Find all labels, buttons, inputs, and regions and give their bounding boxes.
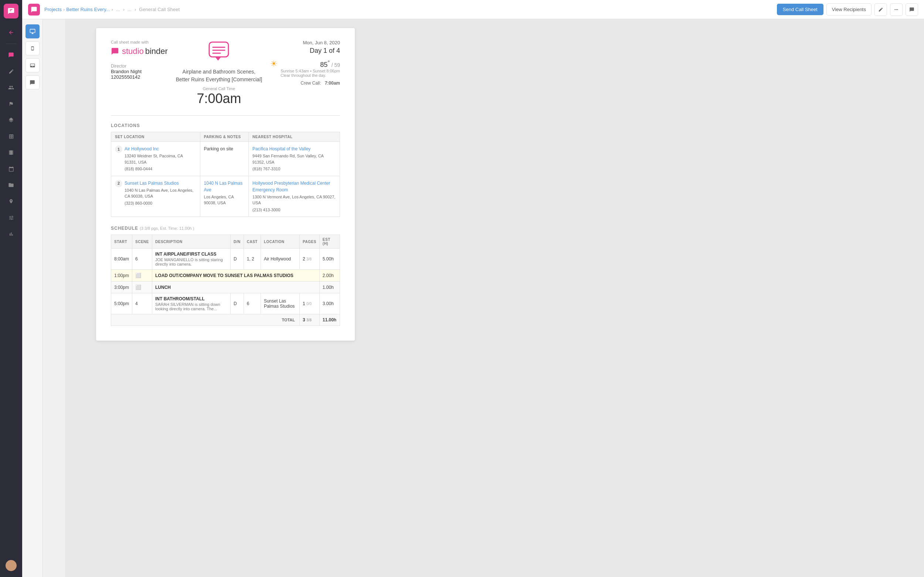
hospital-2-name-link[interactable]: Hollywood Presbyterian Medical Center Em… bbox=[252, 181, 330, 192]
row4-desc: INT BATHROOM/STALL SARAH SILVERMAN is si… bbox=[152, 293, 230, 314]
col-set-location: SET LOCATION bbox=[111, 132, 200, 142]
director-phone: 12025550142 bbox=[111, 74, 168, 80]
sidebar-table-icon[interactable] bbox=[5, 130, 18, 143]
shoot-day: Day 1 of 4 bbox=[270, 47, 340, 55]
location-1-hospital: Pacifica Hospital of the Valley 9449 San… bbox=[249, 142, 340, 176]
row1-dn: D bbox=[230, 248, 244, 270]
location-1-content: 1 Air Hollywood Inc 13240 Weidner St, Pa… bbox=[115, 145, 196, 172]
svg-marker-4 bbox=[215, 57, 221, 61]
location-2-details: Sunset Las Palmas Studios 1040 N Las Pal… bbox=[124, 180, 196, 206]
row1-pages-sub: 3/8 bbox=[306, 257, 312, 261]
temp-low: / 59 bbox=[331, 62, 340, 68]
row1-title: INT AIRPLANE/FIRST CLASS bbox=[155, 251, 227, 257]
breadcrumb-sep-2: › bbox=[111, 6, 113, 12]
schedule-header: SCHEDULE (3 3/8 pgs, Est. Time: 11.00h ) bbox=[111, 226, 340, 231]
row1-desc: INT AIRPLANE/FIRST CLASS JOE MANGANIELLO… bbox=[152, 248, 230, 270]
breadcrumb-dots-2: ... bbox=[128, 6, 132, 12]
shoot-date: Mon, Jun 8, 2020 bbox=[270, 40, 340, 45]
parking-2-city: Los Angeles, CA 90038, USA bbox=[204, 194, 245, 206]
location-2-phone: (323) 860-0000 bbox=[124, 200, 196, 206]
row3-title: LUNCH bbox=[155, 285, 171, 290]
locations-table: SET LOCATION PARKING & NOTES NEAREST HOS… bbox=[111, 132, 340, 217]
app-logo[interactable] bbox=[4, 4, 18, 18]
schedule-table: START SCENE DESCRIPTION D/N CAST LOCATIO… bbox=[111, 235, 340, 326]
row4-location: Sunset Las Palmas Studios bbox=[260, 293, 299, 314]
sidebar-calendar-icon[interactable] bbox=[5, 162, 18, 176]
breadcrumb-projects[interactable]: Projects bbox=[44, 6, 62, 12]
sidebar-people-icon[interactable] bbox=[5, 81, 18, 94]
sidebar-chart-icon[interactable] bbox=[5, 227, 18, 240]
sidebar-callsheet-icon[interactable] bbox=[5, 48, 18, 62]
row3-est: 1.00h bbox=[319, 282, 340, 293]
crew-call: Crew Call: 7:00am bbox=[270, 81, 340, 86]
crew-call-label: Crew Call: bbox=[300, 81, 321, 86]
topbar-actions: Send Call Sheet View Recipients bbox=[777, 3, 918, 16]
row4-est: 3.00h bbox=[319, 293, 340, 314]
sidebar-sliders-icon[interactable] bbox=[5, 211, 18, 224]
sidebar-layers-icon[interactable] bbox=[5, 113, 18, 127]
schedule-total-row: TOTAL 3 3/8 11.00h bbox=[111, 314, 340, 326]
sidebar-flag-icon[interactable] bbox=[5, 97, 18, 110]
row1-location: Air Hollywood bbox=[260, 248, 299, 270]
col-cast: CAST bbox=[244, 235, 260, 248]
locations-section: LOCATIONS SET LOCATION PARKING & NOTES N… bbox=[111, 123, 340, 217]
desktop-view-button[interactable] bbox=[26, 24, 40, 39]
hospital-1-name-link[interactable]: Pacifica Hospital of the Valley bbox=[252, 146, 310, 152]
weather-info: 85° / 59 Sunrise 5:43am • Sunset 8:06pm … bbox=[281, 59, 340, 77]
edit-button[interactable] bbox=[874, 3, 887, 16]
sunset-time: Sunset 8:06pm bbox=[313, 69, 340, 73]
col-parking: PARKING & NOTES bbox=[200, 132, 249, 142]
hospital-1-phone: (818) 767-3310 bbox=[252, 166, 336, 172]
row4-start: 5:00pm bbox=[111, 293, 132, 314]
breadcrumb-project[interactable]: Better Ruins Every... bbox=[66, 6, 110, 12]
row1-description: JOE MANGANIELLO is sitting staring direc… bbox=[155, 258, 227, 266]
sidebar-folder-icon[interactable] bbox=[5, 179, 18, 192]
breadcrumb: Projects › Better Ruins Every... › ... ›… bbox=[44, 6, 777, 12]
col-est: EST (H) bbox=[319, 235, 340, 248]
row4-scene: 4 bbox=[132, 293, 152, 314]
sidebar-location-icon[interactable] bbox=[5, 195, 18, 208]
director-label: Director bbox=[111, 63, 168, 69]
sidebar-bottom bbox=[6, 558, 17, 573]
temperature: 85° / 59 bbox=[281, 59, 340, 69]
location-1-name-link[interactable]: Air Hollywood Inc bbox=[124, 146, 159, 152]
sidebar-film-icon[interactable] bbox=[5, 146, 18, 159]
logo-studio: studio bbox=[122, 47, 144, 56]
location-2-address: 1040 N Las Palmas Ave, Los Angeles, CA 9… bbox=[124, 187, 196, 200]
row3-start: 3:00pm bbox=[111, 282, 132, 293]
hospital-2-phone: (213) 413-3000 bbox=[252, 207, 336, 213]
location-2-hospital: Hollywood Presbyterian Medical Center Em… bbox=[249, 176, 340, 217]
weather-detail: Sunrise 5:43am • Sunset 8:06pm Clear thr… bbox=[281, 69, 340, 77]
schedule-row-2: 1:00pm ⬜ LOAD OUT/COMPANY MOVE TO SUNSET… bbox=[111, 270, 340, 282]
project-title: Airplane and Bathroom Scenes, Better Rui… bbox=[175, 68, 263, 84]
view-recipients-button[interactable]: View Recipients bbox=[826, 3, 872, 16]
breadcrumb-dots-1: ... bbox=[116, 6, 120, 12]
location-1-num: 1 bbox=[115, 145, 122, 153]
sidebar-back-icon[interactable] bbox=[5, 26, 18, 39]
parking-2-link[interactable]: 1040 N Las Palmas Ave bbox=[204, 181, 243, 192]
row2-start: 1:00pm bbox=[111, 270, 132, 282]
comment-side-button[interactable] bbox=[26, 75, 40, 89]
row1-scene: 6 bbox=[132, 248, 152, 270]
comments-button[interactable] bbox=[906, 3, 918, 16]
send-callsheet-button[interactable]: Send Call Sheet bbox=[777, 4, 824, 15]
director-name: Brandon Night bbox=[111, 69, 168, 74]
location-1-cell: 1 Air Hollywood Inc 13240 Weidner St, Pa… bbox=[111, 142, 200, 176]
col-start: START bbox=[111, 235, 132, 248]
schedule-row-1: 8:00am 6 INT AIRPLANE/FIRST CLASS JOE MA… bbox=[111, 248, 340, 270]
location-2-name-link[interactable]: Sunset Las Palmas Studios bbox=[124, 181, 179, 186]
location-1-parking: Parking on site bbox=[200, 142, 249, 176]
sidebar-edit-icon[interactable] bbox=[5, 64, 18, 78]
callsheet-header: Call sheet made with studiobinder Direct… bbox=[111, 40, 340, 106]
more-options-button[interactable] bbox=[890, 3, 903, 16]
user-avatar[interactable] bbox=[6, 560, 17, 571]
mobile-view-button[interactable] bbox=[26, 41, 40, 55]
location-2-content: 2 Sunset Las Palmas Studios 1040 N Las P… bbox=[115, 180, 196, 206]
svg-rect-0 bbox=[209, 42, 228, 57]
locations-header-row: SET LOCATION PARKING & NOTES NEAREST HOS… bbox=[111, 132, 340, 142]
col-scene: SCENE bbox=[132, 235, 152, 248]
call-time: 7:00am bbox=[175, 91, 263, 106]
tablet-view-button[interactable] bbox=[26, 58, 40, 73]
row1-pages-num: 2 bbox=[303, 256, 305, 261]
location-2-num: 2 bbox=[115, 180, 122, 187]
